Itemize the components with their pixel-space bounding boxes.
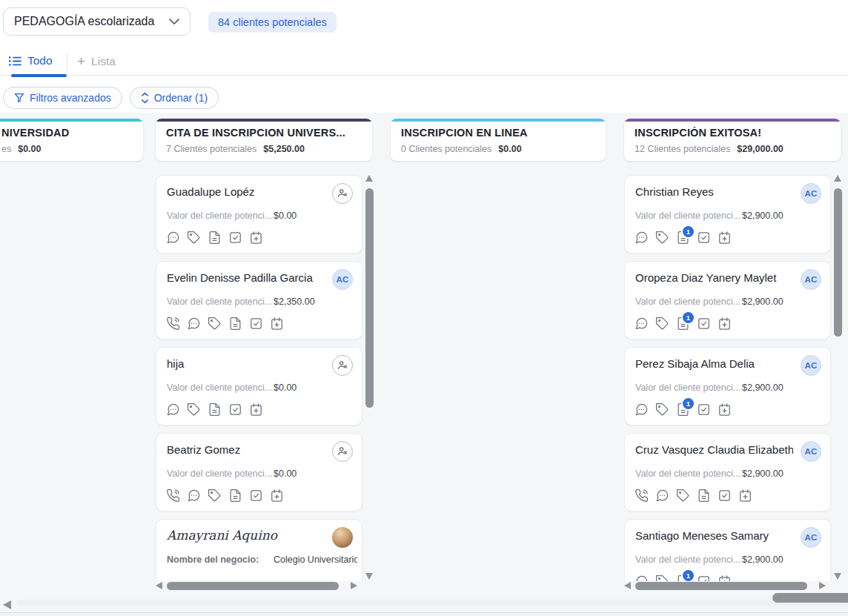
chat-icon[interactable]: [635, 403, 649, 417]
scroll-right-arrow[interactable]: [819, 582, 826, 589]
avatar-initials[interactable]: AC: [801, 269, 821, 290]
notification-badge: 1: [681, 569, 695, 581]
scroll-left-arrow[interactable]: [624, 582, 631, 589]
task-icon[interactable]: [228, 403, 242, 417]
column-body: Guadalupe Lopéz Valor del cliente potenc…: [156, 172, 363, 581]
document-icon[interactable]: [208, 403, 222, 417]
tag-icon[interactable]: [655, 231, 669, 245]
phone-icon[interactable]: [166, 317, 180, 331]
chat-icon[interactable]: [166, 231, 180, 245]
calendar-icon[interactable]: [249, 231, 263, 245]
scroll-up-arrow[interactable]: [365, 175, 373, 182]
scroll-right-arrow[interactable]: [351, 582, 357, 589]
calendar-icon[interactable]: [718, 403, 732, 417]
lead-card[interactable]: Perez Sibaja Alma Delia AC Valor del cli…: [624, 347, 831, 425]
phone-icon[interactable]: [635, 489, 649, 503]
chat-icon[interactable]: [187, 489, 201, 503]
chat-icon[interactable]: [635, 231, 649, 245]
column-title: INSCRIPCIÓN EXITOSA!: [635, 127, 830, 139]
lead-card[interactable]: Amayrani Aquino Nombre del negocio: Cole…: [156, 519, 362, 581]
tag-icon[interactable]: [208, 317, 222, 331]
calendar-icon[interactable]: [270, 317, 284, 331]
calendar-icon[interactable]: [738, 489, 752, 503]
vertical-scroll-thumb[interactable]: [834, 188, 842, 337]
lead-field-value: Colegio Universitario Ka: [274, 554, 357, 565]
task-icon[interactable]: [697, 403, 711, 417]
chat-icon[interactable]: [655, 489, 669, 503]
calendar-icon[interactable]: [249, 403, 263, 417]
horizontal-scroll-thumb[interactable]: [167, 582, 339, 590]
task-icon[interactable]: [718, 489, 732, 503]
task-icon[interactable]: [697, 231, 711, 245]
lead-field-label: Valor del cliente potenci...: [635, 211, 741, 221]
tab-todo-label: Todo: [27, 54, 53, 67]
lead-name: Santiago Meneses Samary: [635, 529, 793, 542]
lead-card[interactable]: Christian Reyes AC Valor del cliente pot…: [624, 175, 831, 254]
sort-button[interactable]: Ordenar (1): [130, 87, 219, 109]
column-vertical-scrollbar[interactable]: [834, 173, 842, 581]
column-header: CITA DE INSCRIPCION UNIVERS... 7 Cliente…: [156, 119, 372, 161]
column-total-value: $0.00: [18, 144, 41, 154]
avatar-initials[interactable]: AC: [801, 355, 821, 376]
phone-icon[interactable]: [166, 489, 180, 503]
horizontal-scroll-thumb[interactable]: [635, 582, 807, 590]
advanced-filters-button[interactable]: Filtros avanzados: [3, 87, 122, 109]
column-vertical-scrollbar[interactable]: [365, 173, 374, 581]
document-icon[interactable]: 1: [676, 403, 690, 417]
calendar-icon[interactable]: [718, 231, 732, 245]
chat-icon[interactable]: [166, 403, 180, 417]
scroll-up-arrow[interactable]: [834, 175, 841, 182]
scroll-down-arrow[interactable]: [834, 573, 841, 580]
column-lead-count: 0 Clientes potenciales: [401, 144, 491, 154]
lead-card[interactable]: Beatriz Gomez Valor del cliente potenci.…: [156, 433, 362, 511]
lead-card[interactable]: Guadalupe Lopéz Valor del cliente potenc…: [156, 175, 362, 254]
tab-todo[interactable]: Todo: [9, 54, 53, 67]
avatar-initials[interactable]: AC: [801, 441, 821, 462]
unassigned-user-icon[interactable]: [332, 355, 353, 376]
lead-card[interactable]: Santiago Meneses Samary AC Valor del cli…: [624, 519, 831, 581]
unassigned-user-icon[interactable]: [332, 183, 353, 204]
scroll-left-arrow[interactable]: [156, 582, 162, 589]
avatar-photo[interactable]: [332, 527, 353, 548]
avatar-initials[interactable]: AC: [332, 269, 353, 290]
task-icon[interactable]: [249, 489, 263, 503]
avatar-initials[interactable]: AC: [801, 527, 821, 548]
scroll-down-arrow[interactable]: [365, 573, 373, 580]
sort-button-label: Ordenar (1): [154, 92, 208, 104]
document-icon[interactable]: 1: [676, 231, 690, 245]
lead-card[interactable]: Evelin Denisse Padilla Garcia AC Valor d…: [156, 261, 362, 340]
tab-add-lista[interactable]: + Lista: [77, 54, 116, 68]
column-horizontal-scrollbar[interactable]: [624, 580, 832, 592]
tag-icon[interactable]: [187, 231, 201, 245]
document-icon[interactable]: [697, 489, 711, 503]
calendar-icon[interactable]: [270, 489, 284, 503]
vertical-scroll-thumb[interactable]: [365, 188, 374, 408]
tag-icon[interactable]: [208, 489, 222, 503]
sort-arrows-icon: [141, 92, 149, 104]
pipeline-selector[interactable]: PEDAGOGÍA escolarizada: [3, 7, 191, 36]
task-icon[interactable]: [249, 317, 263, 331]
calendar-icon[interactable]: [718, 317, 732, 331]
unassigned-user-icon[interactable]: [332, 441, 353, 462]
avatar-initials[interactable]: AC: [801, 183, 821, 204]
document-icon[interactable]: 1: [676, 317, 690, 331]
column-horizontal-scrollbar[interactable]: [156, 580, 363, 592]
document-icon[interactable]: [208, 231, 222, 245]
chat-icon[interactable]: [635, 317, 649, 331]
tag-icon[interactable]: [655, 317, 669, 331]
tag-icon[interactable]: [676, 489, 690, 503]
lead-card[interactable]: Oropeza Diaz Yanery Maylet AC Valor del …: [624, 261, 831, 340]
chat-icon[interactable]: [187, 317, 201, 331]
task-icon[interactable]: [228, 231, 242, 245]
lead-name: Cruz Vasquez Claudia Elizabeth: [635, 443, 793, 456]
tag-icon[interactable]: [187, 403, 201, 417]
lead-field-label: Valor del cliente potenci...: [167, 297, 272, 307]
document-icon[interactable]: [228, 489, 242, 503]
lead-card[interactable]: Cruz Vasquez Claudia Elizabeth AC Valor …: [624, 433, 831, 511]
document-icon[interactable]: [228, 317, 242, 331]
leads-count-badge: 84 clientes potenciales: [208, 12, 337, 33]
task-icon[interactable]: [697, 317, 711, 331]
column-accent-bar: [156, 119, 372, 122]
tag-icon[interactable]: [655, 403, 669, 417]
lead-card[interactable]: hija Valor del cliente potenci... $0.00: [156, 347, 362, 425]
